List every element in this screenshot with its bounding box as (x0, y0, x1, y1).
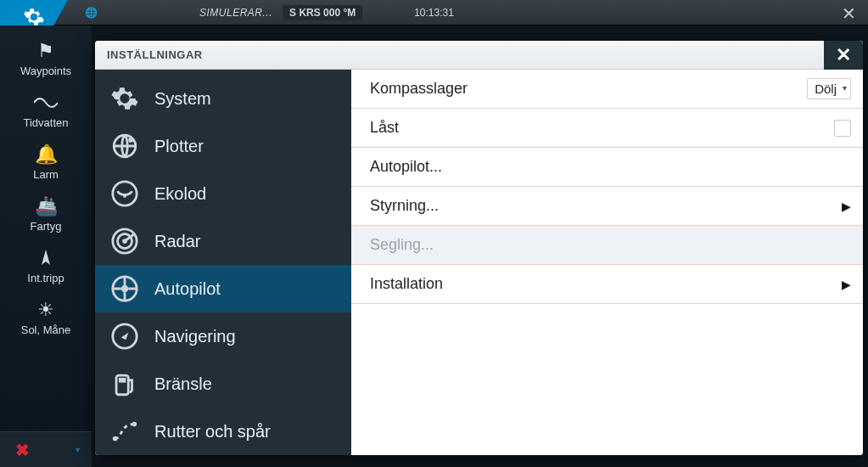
cat-label: System (154, 89, 211, 109)
clock: 10:13:31 (414, 7, 454, 19)
row-autopilot[interactable]: Autopilot... (351, 148, 863, 187)
sidebar-label: Sol, Måne (21, 324, 71, 336)
row-installation[interactable]: Installation ▶ (351, 265, 863, 304)
heading-readout: S KRS 000 °M (283, 5, 362, 20)
svg-point-8 (121, 285, 129, 293)
category-list: System Plotter Ekolod (95, 70, 351, 455)
sidebar-item-tides[interactable]: Tidvatten (6, 87, 86, 136)
svg-point-1 (128, 138, 133, 143)
chevron-right-icon: ▶ (842, 200, 851, 213)
ship-icon: 🚢 (34, 196, 58, 217)
row-compass-bearing[interactable]: Kompasslager Dölj (351, 70, 863, 109)
cat-sonar[interactable]: Ekolod (95, 170, 351, 217)
sonar-icon (109, 177, 141, 210)
row-label: Låst (370, 119, 399, 137)
sidebar-close[interactable]: ✖ ▾ (0, 431, 92, 467)
route-icon (109, 415, 141, 447)
compass-tool-icon (34, 248, 58, 268)
sidebar-label: Fartyg (31, 220, 62, 233)
wheel-icon (109, 273, 141, 305)
compass-bearing-dropdown[interactable]: Dölj (807, 78, 851, 99)
svg-point-13 (132, 422, 137, 427)
sidebar-item-sunmoon[interactable]: ☀ Sol, Måne (6, 295, 86, 343)
collapse-icon: ▾ (76, 445, 80, 454)
globe-marker-icon (109, 130, 141, 162)
cat-fuel[interactable]: Bränsle (95, 360, 351, 408)
sidebar-item-trip[interactable]: Int.tripp (6, 243, 86, 291)
row-label: Segling... (370, 236, 434, 254)
cat-navigation[interactable]: Navigering (95, 312, 351, 360)
cat-system[interactable]: System (95, 75, 351, 122)
sidebar-item-alarm[interactable]: 🔔 Larm (6, 139, 86, 188)
cat-autopilot[interactable]: Autopilot (95, 265, 351, 312)
cat-label: Navigering (154, 327, 236, 346)
svg-point-3 (123, 194, 126, 198)
sidebar-item-waypoints[interactable]: ⚑ Waypoints (6, 36, 86, 84)
sun-icon: ☀ (34, 300, 58, 320)
sidebar-item-vessels[interactable]: 🚢 Fartyg (6, 191, 86, 239)
sim-label: SIMULERAR... (199, 7, 272, 19)
close-x-icon: ✖ (15, 440, 30, 460)
compass-icon (109, 320, 141, 352)
sidebar-label: Larm (33, 168, 59, 181)
tool-sidebar: ⚑ Waypoints Tidvatten 🔔 Larm 🚢 Fartyg In… (0, 25, 92, 467)
row-sailing: Segling... (351, 226, 863, 265)
cat-label: Ekolod (154, 184, 206, 204)
dialog-header: INSTÄLLNINGAR ✕ (95, 41, 863, 70)
sidebar-label: Tidvatten (24, 116, 69, 129)
settings-dialog: INSTÄLLNINGAR ✕ System Plotter (95, 41, 863, 455)
dialog-close-button[interactable]: ✕ (824, 41, 863, 70)
cat-plotter[interactable]: Plotter (95, 122, 351, 170)
cat-label: Autopilot (154, 279, 221, 299)
svg-rect-11 (119, 378, 126, 383)
flag-icon: ⚑ (34, 41, 58, 61)
sidebar-label: Int.tripp (27, 272, 64, 284)
chevron-right-icon: ▶ (842, 278, 851, 291)
row-label: Kompasslager (370, 80, 468, 98)
row-label: Installation (370, 275, 443, 293)
dialog-title: INSTÄLLNINGAR (107, 48, 203, 61)
bell-icon: 🔔 (34, 144, 58, 165)
cat-label: Radar (154, 232, 200, 251)
close-icon[interactable]: ✕ (842, 3, 856, 24)
wave-icon (34, 93, 58, 113)
radar-icon (109, 225, 141, 257)
cat-label: Rutter och spår (154, 422, 271, 442)
detail-panel: Kompasslager Dölj Låst Autopilot... Styr… (351, 70, 863, 455)
row-label: Styrning... (370, 197, 439, 215)
locked-checkbox[interactable] (834, 120, 851, 137)
row-locked[interactable]: Låst (351, 109, 863, 148)
svg-point-12 (113, 436, 118, 442)
cat-routes[interactable]: Rutter och spår (95, 408, 351, 455)
fuel-icon (109, 368, 141, 400)
status-bar: 🌐 SIMULERAR... S KRS 000 °M 10:13:31 ✕ (0, 0, 868, 25)
row-steering[interactable]: Styrning... ▶ (351, 187, 863, 226)
sidebar-label: Waypoints (20, 65, 71, 77)
gear-icon (109, 82, 141, 115)
cat-label: Bränsle (154, 374, 212, 394)
cat-radar[interactable]: Radar (95, 217, 351, 265)
row-label: Autopilot... (370, 158, 442, 176)
cat-label: Plotter (154, 137, 204, 156)
globe-icon: 🌐 (85, 7, 98, 19)
